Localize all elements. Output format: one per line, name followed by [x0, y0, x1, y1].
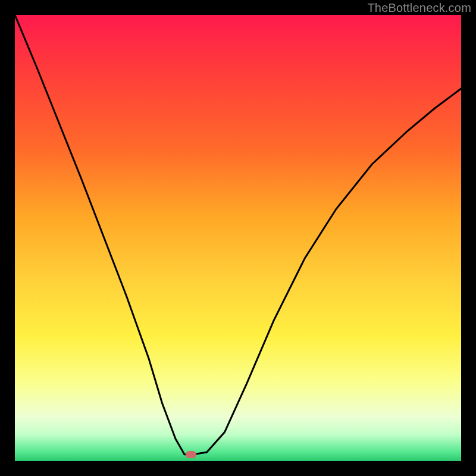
- bottleneck-curve: [15, 15, 461, 461]
- chart-frame: TheBottleneck.com: [0, 0, 476, 476]
- watermark-text: TheBottleneck.com: [367, 1, 471, 15]
- min-point-marker: [186, 451, 196, 458]
- plot-area: [15, 15, 461, 461]
